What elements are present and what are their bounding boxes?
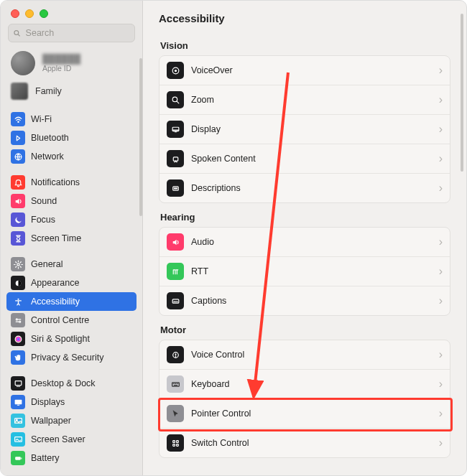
sidebar-item-screen-saver[interactable]: Screen Saver	[6, 430, 137, 449]
row-label: Keyboard	[191, 379, 439, 389]
svg-point-31	[175, 187, 175, 188]
profile-subtitle: Apple ID	[42, 64, 80, 73]
sidebar-item-family[interactable]: Family	[6, 80, 137, 103]
sidebar-item-general[interactable]: General	[6, 255, 137, 274]
siri-icon	[11, 332, 25, 346]
row-keyboard[interactable]: Keyboard›	[159, 370, 450, 399]
kb-icon	[167, 375, 184, 393]
sidebar-item-siri-spotlight[interactable]: Siri & Spotlight	[6, 330, 137, 348]
sidebar-item-label: Bluetooth	[31, 133, 69, 143]
row-display[interactable]: Display›	[159, 115, 450, 144]
sidebar-item-privacy-security[interactable]: Privacy & Security	[6, 348, 137, 367]
sidebar-item-bluetooth[interactable]: Bluetooth	[6, 129, 137, 147]
profile-name: ██████	[42, 54, 80, 64]
svg-rect-46	[172, 440, 175, 442]
chevron-right-icon: ›	[439, 265, 443, 278]
rtt-icon	[167, 263, 184, 280]
row-voice-control[interactable]: Voice Control›	[159, 340, 450, 370]
row-label: Switch Control	[191, 438, 439, 448]
row-label: Descriptions	[191, 183, 439, 193]
sidebar-item-displays[interactable]: Displays	[6, 393, 137, 411]
sidebar-item-battery[interactable]: Battery	[6, 449, 137, 467]
content-scrollbar[interactable]	[461, 14, 463, 172]
disp2-icon	[167, 121, 184, 138]
desc-icon	[167, 179, 184, 197]
row-rtt[interactable]: RTT›	[159, 257, 450, 286]
maximize-icon[interactable]	[40, 9, 48, 18]
bt-icon	[11, 131, 25, 145]
svg-rect-48	[172, 444, 175, 446]
sidebar-item-screen-time[interactable]: Screen Time	[6, 229, 137, 248]
gear-icon	[11, 257, 25, 271]
row-voiceover[interactable]: VoiceOver›	[159, 56, 450, 85]
svg-point-9	[19, 321, 20, 322]
svg-point-0	[14, 30, 19, 34]
spoken-icon	[167, 150, 184, 167]
row-switch-control[interactable]: Switch Control›	[159, 429, 450, 457]
sidebar: ██████ Apple ID Family Wi-FiBluetoothNet…	[1, 1, 143, 475]
hourglass-icon	[11, 231, 25, 246]
search-icon	[13, 29, 22, 38]
section-title-hearing: Hearing	[160, 212, 449, 223]
row-spoken-content[interactable]: Spoken Content›	[159, 144, 450, 174]
system-settings-window: ██████ Apple ID Family Wi-FiBluetoothNet…	[0, 0, 467, 476]
vc-icon	[167, 346, 184, 363]
wifi-icon	[11, 112, 25, 126]
sidebar-item-focus[interactable]: Focus	[6, 210, 137, 229]
sidebar-item-label: Screen Saver	[31, 434, 85, 444]
sidebar-item-network[interactable]: Network	[6, 147, 137, 166]
batt-icon	[11, 451, 25, 465]
row-descriptions[interactable]: Descriptions›	[159, 174, 450, 202]
search-input[interactable]	[8, 24, 135, 42]
row-captions[interactable]: Captions›	[159, 286, 450, 315]
access-icon	[11, 294, 25, 309]
chevron-right-icon: ›	[439, 378, 443, 391]
row-audio[interactable]: Audio›	[159, 228, 450, 257]
appear-icon	[11, 276, 25, 290]
sidebar-item-accessibility[interactable]: Accessibility	[6, 292, 137, 311]
sidebar-item-label: Sound	[31, 196, 57, 206]
close-icon[interactable]	[11, 9, 19, 18]
row-label: VoiceOver	[191, 65, 439, 75]
svg-rect-37	[175, 353, 176, 355]
svg-rect-25	[172, 127, 179, 131]
section-title-motor: Motor	[160, 325, 449, 335]
sidebar-item-appearance[interactable]: Appearance	[6, 274, 137, 292]
group-motor: Voice Control›Keyboard›Pointer Control›S…	[159, 340, 450, 458]
svg-rect-18	[14, 437, 22, 442]
chevron-right-icon: ›	[439, 64, 443, 77]
dock-icon	[11, 376, 25, 391]
apple-id-profile[interactable]: ██████ Apple ID	[6, 48, 137, 78]
svg-point-11	[15, 336, 22, 342]
sw-icon	[167, 434, 184, 452]
search-field[interactable]	[26, 28, 130, 38]
chevron-right-icon: ›	[439, 123, 443, 136]
family-icon	[11, 83, 28, 100]
row-pointer-control[interactable]: Pointer Control›	[159, 399, 450, 429]
moon-icon	[11, 213, 25, 227]
svg-rect-49	[176, 444, 178, 446]
ss-icon	[11, 432, 25, 447]
sidebar-item-desktop-dock[interactable]: Desktop & Dock	[6, 374, 137, 393]
audio-icon	[167, 233, 184, 251]
chevron-right-icon: ›	[439, 152, 443, 165]
sidebar-item-control-centre[interactable]: Control Centre	[6, 311, 137, 330]
chevron-right-icon: ›	[439, 407, 443, 420]
svg-line-1	[18, 34, 19, 35]
svg-point-32	[176, 187, 177, 188]
row-label: Display	[191, 124, 439, 134]
sidebar-item-label: Notifications	[31, 177, 80, 187]
svg-point-2	[17, 121, 18, 122]
sidebar-scrollbar[interactable]	[139, 58, 142, 216]
minimize-icon[interactable]	[25, 9, 34, 18]
sidebar-item-notifications[interactable]: Notifications	[6, 173, 137, 192]
chevron-right-icon: ›	[439, 93, 443, 106]
chevron-right-icon: ›	[439, 235, 443, 248]
sidebar-item-wi-fi[interactable]: Wi-Fi	[6, 110, 137, 129]
row-zoom[interactable]: Zoom›	[159, 85, 450, 115]
sidebar-item-sound[interactable]: Sound	[6, 192, 137, 210]
svg-rect-20	[21, 457, 22, 459]
ptr-icon	[167, 405, 184, 422]
sidebar-item-wallpaper[interactable]: Wallpaper	[6, 411, 137, 430]
sidebar-item-label: Privacy & Security	[31, 353, 103, 363]
